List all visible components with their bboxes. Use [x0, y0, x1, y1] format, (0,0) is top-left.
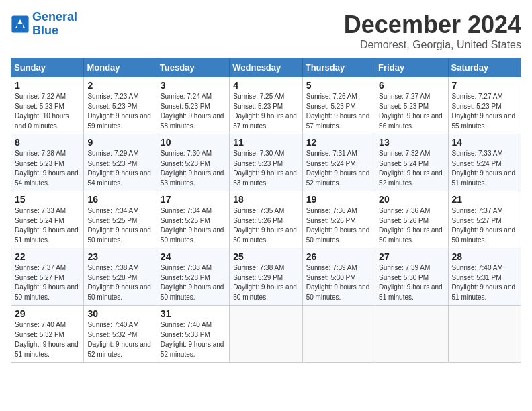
- day-info: Sunrise: 7:33 AMSunset: 5:24 PMDaylight:…: [452, 150, 516, 187]
- calendar-day-cell: 7 Sunrise: 7:27 AMSunset: 5:23 PMDayligh…: [448, 77, 521, 134]
- day-info: Sunrise: 7:32 AMSunset: 5:24 PMDaylight:…: [379, 150, 443, 187]
- day-number: 18: [233, 194, 298, 205]
- day-info: Sunrise: 7:27 AMSunset: 5:23 PMDaylight:…: [452, 93, 516, 130]
- day-info: Sunrise: 7:34 AMSunset: 5:25 PMDaylight:…: [87, 207, 151, 244]
- calendar-week-row: 8 Sunrise: 7:28 AMSunset: 5:23 PMDayligh…: [11, 134, 521, 191]
- calendar-day-cell: 9 Sunrise: 7:29 AMSunset: 5:23 PMDayligh…: [84, 134, 157, 191]
- calendar-day-cell: 21 Sunrise: 7:37 AMSunset: 5:27 PMDaylig…: [448, 191, 521, 248]
- day-info: Sunrise: 7:31 AMSunset: 5:24 PMDaylight:…: [306, 150, 370, 187]
- day-info: Sunrise: 7:22 AMSunset: 5:23 PMDaylight:…: [15, 93, 69, 130]
- day-info: Sunrise: 7:28 AMSunset: 5:23 PMDaylight:…: [15, 150, 79, 187]
- calendar-day-cell: 4 Sunrise: 7:25 AMSunset: 5:23 PMDayligh…: [230, 77, 302, 134]
- day-number: 24: [161, 251, 226, 262]
- calendar-day-cell: 27 Sunrise: 7:39 AMSunset: 5:30 PMDaylig…: [375, 248, 448, 306]
- calendar-day-cell: 5 Sunrise: 7:26 AMSunset: 5:23 PMDayligh…: [302, 77, 375, 134]
- calendar-day-cell: 15 Sunrise: 7:33 AMSunset: 5:24 PMDaylig…: [11, 191, 84, 248]
- day-info: Sunrise: 7:39 AMSunset: 5:30 PMDaylight:…: [379, 264, 443, 301]
- calendar-header-cell: Monday: [84, 58, 157, 77]
- day-info: Sunrise: 7:40 AMSunset: 5:31 PMDaylight:…: [452, 264, 516, 301]
- day-number: 7: [452, 80, 517, 91]
- day-info: Sunrise: 7:38 AMSunset: 5:29 PMDaylight:…: [233, 264, 297, 301]
- calendar-day-cell: 13 Sunrise: 7:32 AMSunset: 5:24 PMDaylig…: [375, 134, 448, 191]
- day-number: 10: [161, 137, 226, 148]
- logo: General Blue: [11, 11, 77, 38]
- day-info: Sunrise: 7:25 AMSunset: 5:23 PMDaylight:…: [233, 93, 297, 130]
- calendar-header-cell: Thursday: [302, 58, 375, 77]
- day-info: Sunrise: 7:36 AMSunset: 5:26 PMDaylight:…: [379, 207, 443, 244]
- logo-icon: [11, 15, 30, 34]
- calendar-day-cell: 12 Sunrise: 7:31 AMSunset: 5:24 PMDaylig…: [302, 134, 375, 191]
- header: General Blue December 2024 Demorest, Geo…: [11, 11, 521, 51]
- location-title: Demorest, Georgia, United States: [344, 39, 521, 51]
- day-info: Sunrise: 7:27 AMSunset: 5:23 PMDaylight:…: [379, 93, 443, 130]
- day-number: 3: [161, 80, 226, 91]
- calendar-day-cell: [230, 306, 302, 363]
- calendar-body: 1 Sunrise: 7:22 AMSunset: 5:23 PMDayligh…: [11, 77, 521, 363]
- day-info: Sunrise: 7:24 AMSunset: 5:23 PMDaylight:…: [161, 93, 224, 130]
- calendar-day-cell: 29 Sunrise: 7:40 AMSunset: 5:32 PMDaylig…: [11, 306, 84, 363]
- calendar-header-cell: Wednesday: [230, 58, 302, 77]
- day-number: 20: [379, 194, 444, 205]
- day-number: 13: [379, 137, 444, 148]
- calendar-day-cell: 1 Sunrise: 7:22 AMSunset: 5:23 PMDayligh…: [11, 77, 84, 134]
- calendar-day-cell: 24 Sunrise: 7:38 AMSunset: 5:28 PMDaylig…: [157, 248, 229, 306]
- day-info: Sunrise: 7:35 AMSunset: 5:26 PMDaylight:…: [233, 207, 297, 244]
- calendar-day-cell: 22 Sunrise: 7:37 AMSunset: 5:27 PMDaylig…: [11, 248, 84, 306]
- day-info: Sunrise: 7:36 AMSunset: 5:26 PMDaylight:…: [306, 207, 370, 244]
- calendar-day-cell: 26 Sunrise: 7:39 AMSunset: 5:30 PMDaylig…: [302, 248, 375, 306]
- title-area: December 2024 Demorest, Georgia, United …: [344, 11, 521, 51]
- day-number: 14: [452, 137, 517, 148]
- calendar-header-cell: Sunday: [11, 58, 84, 77]
- day-number: 29: [15, 308, 80, 319]
- logo-line1: General: [32, 10, 77, 24]
- calendar-week-row: 1 Sunrise: 7:22 AMSunset: 5:23 PMDayligh…: [11, 77, 521, 134]
- month-title: December 2024: [344, 11, 521, 39]
- calendar-day-cell: [302, 306, 375, 363]
- calendar-day-cell: [448, 306, 521, 363]
- day-info: Sunrise: 7:37 AMSunset: 5:27 PMDaylight:…: [452, 207, 516, 244]
- day-info: Sunrise: 7:23 AMSunset: 5:23 PMDaylight:…: [87, 93, 151, 130]
- day-info: Sunrise: 7:39 AMSunset: 5:30 PMDaylight:…: [306, 264, 370, 301]
- day-number: 22: [15, 251, 80, 262]
- day-number: 28: [452, 251, 517, 262]
- day-info: Sunrise: 7:26 AMSunset: 5:23 PMDaylight:…: [306, 93, 370, 130]
- day-info: Sunrise: 7:38 AMSunset: 5:28 PMDaylight:…: [87, 264, 151, 301]
- calendar-day-cell: 18 Sunrise: 7:35 AMSunset: 5:26 PMDaylig…: [230, 191, 302, 248]
- calendar-day-cell: 19 Sunrise: 7:36 AMSunset: 5:26 PMDaylig…: [302, 191, 375, 248]
- day-number: 2: [87, 80, 152, 91]
- calendar-day-cell: 8 Sunrise: 7:28 AMSunset: 5:23 PMDayligh…: [11, 134, 84, 191]
- day-info: Sunrise: 7:40 AMSunset: 5:33 PMDaylight:…: [161, 321, 224, 358]
- calendar-day-cell: 31 Sunrise: 7:40 AMSunset: 5:33 PMDaylig…: [157, 306, 229, 363]
- day-number: 25: [233, 251, 298, 262]
- calendar-day-cell: 23 Sunrise: 7:38 AMSunset: 5:28 PMDaylig…: [84, 248, 157, 306]
- day-number: 15: [15, 194, 80, 205]
- calendar-day-cell: 25 Sunrise: 7:38 AMSunset: 5:29 PMDaylig…: [230, 248, 302, 306]
- day-info: Sunrise: 7:38 AMSunset: 5:28 PMDaylight:…: [161, 264, 224, 301]
- day-number: 8: [15, 137, 80, 148]
- day-info: Sunrise: 7:30 AMSunset: 5:23 PMDaylight:…: [161, 150, 224, 187]
- day-number: 5: [306, 80, 371, 91]
- calendar-week-row: 22 Sunrise: 7:37 AMSunset: 5:27 PMDaylig…: [11, 248, 521, 306]
- calendar-day-cell: [375, 306, 448, 363]
- calendar-header-cell: Saturday: [448, 58, 521, 77]
- day-info: Sunrise: 7:40 AMSunset: 5:32 PMDaylight:…: [15, 321, 79, 358]
- day-info: Sunrise: 7:33 AMSunset: 5:24 PMDaylight:…: [15, 207, 79, 244]
- calendar-day-cell: 20 Sunrise: 7:36 AMSunset: 5:26 PMDaylig…: [375, 191, 448, 248]
- day-info: Sunrise: 7:34 AMSunset: 5:25 PMDaylight:…: [161, 207, 224, 244]
- day-number: 9: [87, 137, 152, 148]
- day-number: 26: [306, 251, 371, 262]
- calendar-day-cell: 3 Sunrise: 7:24 AMSunset: 5:23 PMDayligh…: [157, 77, 229, 134]
- day-info: Sunrise: 7:40 AMSunset: 5:32 PMDaylight:…: [87, 321, 151, 358]
- day-number: 31: [161, 308, 226, 319]
- day-number: 21: [452, 194, 517, 205]
- calendar-day-cell: 17 Sunrise: 7:34 AMSunset: 5:25 PMDaylig…: [157, 191, 229, 248]
- calendar-day-cell: 2 Sunrise: 7:23 AMSunset: 5:23 PMDayligh…: [84, 77, 157, 134]
- calendar-header-cell: Tuesday: [157, 58, 229, 77]
- calendar-day-cell: 28 Sunrise: 7:40 AMSunset: 5:31 PMDaylig…: [448, 248, 521, 306]
- day-number: 6: [379, 80, 444, 91]
- day-number: 12: [306, 137, 371, 148]
- calendar-header-cell: Friday: [375, 58, 448, 77]
- calendar-week-row: 29 Sunrise: 7:40 AMSunset: 5:32 PMDaylig…: [11, 306, 521, 363]
- calendar-day-cell: 14 Sunrise: 7:33 AMSunset: 5:24 PMDaylig…: [448, 134, 521, 191]
- day-number: 1: [15, 80, 80, 91]
